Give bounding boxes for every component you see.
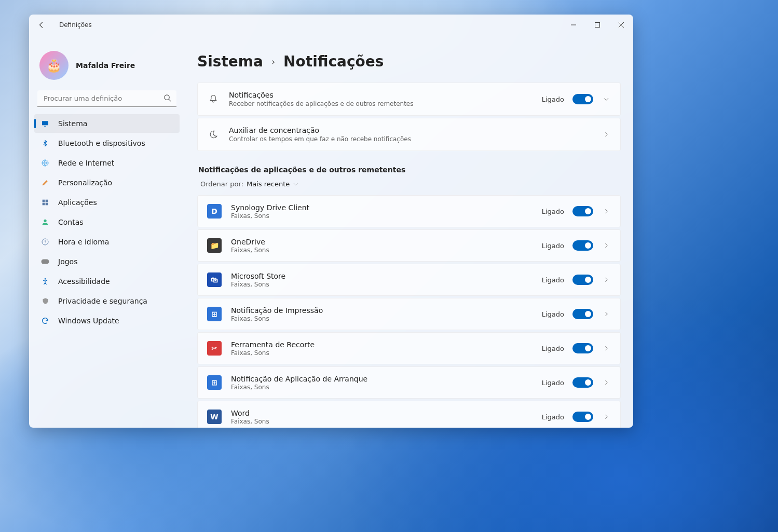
app-chevron[interactable] bbox=[602, 379, 611, 386]
nav-label: Aplicações bbox=[58, 198, 97, 207]
minimize-button[interactable] bbox=[562, 15, 585, 35]
app-chevron[interactable] bbox=[602, 414, 611, 420]
nav-label: Hora e idioma bbox=[58, 238, 109, 246]
sidebar-item-2[interactable]: Rede e Internet bbox=[34, 154, 180, 172]
chevron-right-icon bbox=[603, 311, 609, 317]
app-chevron[interactable] bbox=[602, 208, 611, 214]
nav-icon bbox=[40, 237, 50, 247]
app-chevron[interactable] bbox=[602, 242, 611, 249]
sidebar-item-5[interactable]: Contas bbox=[34, 213, 180, 231]
notifications-title: Notificações bbox=[229, 91, 533, 99]
app-row-5[interactable]: ⊞Notificação de Aplicação de ArranqueFai… bbox=[197, 366, 621, 399]
breadcrumb: Sistema › Notificações bbox=[197, 53, 621, 70]
expand-chevron[interactable] bbox=[602, 96, 611, 102]
chevron-right-icon bbox=[603, 345, 609, 351]
svg-rect-7 bbox=[43, 200, 45, 202]
sort-value: Mais recente bbox=[247, 180, 290, 188]
app-row-2[interactable]: 🛍Microsoft StoreFaixas, SonsLigado bbox=[197, 264, 621, 296]
nav-label: Personalização bbox=[58, 179, 112, 187]
app-toggle[interactable] bbox=[572, 343, 593, 353]
chevron-right-icon bbox=[603, 414, 609, 420]
app-name: Ferramenta de Recorte bbox=[231, 340, 533, 349]
maximize-button[interactable] bbox=[585, 15, 609, 35]
app-toggle[interactable] bbox=[572, 206, 593, 216]
sidebar-item-0[interactable]: Sistema bbox=[34, 114, 180, 133]
nav-icon bbox=[40, 316, 50, 325]
back-button[interactable] bbox=[34, 18, 49, 32]
app-chevron[interactable] bbox=[602, 277, 611, 283]
app-name: Microsoft Store bbox=[231, 272, 533, 280]
nav-icon bbox=[40, 257, 50, 266]
sidebar-item-7[interactable]: Jogos bbox=[34, 252, 180, 271]
app-icon: 📁 bbox=[207, 238, 222, 253]
sidebar-item-4[interactable]: Aplicações bbox=[34, 193, 180, 212]
sidebar-item-10[interactable]: Windows Update bbox=[34, 311, 180, 330]
chevron-right-icon bbox=[603, 208, 609, 214]
svg-line-3 bbox=[169, 99, 171, 101]
chevron-right-icon bbox=[603, 131, 609, 138]
app-toggle[interactable] bbox=[572, 240, 593, 251]
app-toggle[interactable] bbox=[572, 377, 593, 388]
settings-window: Definições 🎂 Mafalda Freire bbox=[29, 15, 633, 428]
nav-label: Privacidade e segurança bbox=[58, 297, 147, 305]
app-name: Synology Drive Client bbox=[231, 203, 533, 212]
close-button[interactable] bbox=[609, 15, 633, 35]
svg-rect-10 bbox=[46, 203, 48, 206]
nav-icon bbox=[40, 119, 50, 128]
nav-icon bbox=[40, 158, 50, 168]
app-row-6[interactable]: WWordFaixas, SonsLigado bbox=[197, 401, 621, 428]
sidebar-item-9[interactable]: Privacidade e segurança bbox=[34, 292, 180, 310]
app-icon: W bbox=[207, 410, 222, 424]
app-row-4[interactable]: ✂Ferramenta de RecorteFaixas, SonsLigado bbox=[197, 332, 621, 364]
app-sub: Faixas, Sons bbox=[231, 384, 533, 391]
app-state: Ligado bbox=[542, 310, 564, 318]
app-row-1[interactable]: 📁OneDriveFaixas, SonsLigado bbox=[197, 229, 621, 262]
main-content: Sistema › Notificações Notificações Rece… bbox=[185, 35, 633, 428]
arrow-left-icon bbox=[38, 21, 45, 29]
app-state: Ligado bbox=[542, 276, 564, 284]
app-icon: ⊞ bbox=[207, 307, 222, 321]
search-icon bbox=[163, 94, 171, 104]
profile-block[interactable]: 🎂 Mafalda Freire bbox=[34, 42, 180, 90]
profile-name: Mafalda Freire bbox=[76, 61, 135, 70]
svg-rect-5 bbox=[44, 126, 46, 127]
notifications-toggle[interactable] bbox=[572, 94, 593, 104]
nav-label: Bluetooth e dispositivos bbox=[58, 139, 145, 147]
app-state: Ligado bbox=[542, 208, 564, 215]
app-chevron[interactable] bbox=[602, 345, 611, 351]
focus-assist-card[interactable]: Auxiliar de concentração Controlar os te… bbox=[197, 118, 621, 151]
focus-chevron[interactable] bbox=[602, 131, 611, 138]
notifications-card[interactable]: Notificações Receber notificações de apl… bbox=[197, 83, 621, 116]
nav-icon bbox=[40, 277, 50, 286]
app-sub: Faixas, Sons bbox=[231, 247, 533, 254]
sidebar-item-3[interactable]: Personalização bbox=[34, 173, 180, 192]
notifications-state: Ligado bbox=[542, 96, 564, 103]
app-sub: Faixas, Sons bbox=[231, 212, 533, 220]
sort-dropdown[interactable]: Ordenar por: Mais recente bbox=[197, 178, 621, 195]
nav-label: Contas bbox=[58, 218, 84, 226]
search-input[interactable] bbox=[37, 90, 176, 107]
close-icon bbox=[619, 22, 624, 28]
app-row-0[interactable]: DSynology Drive ClientFaixas, SonsLigado bbox=[197, 195, 621, 227]
sidebar-item-1[interactable]: Bluetooth e dispositivos bbox=[34, 134, 180, 153]
titlebar: Definições bbox=[29, 15, 633, 35]
app-toggle[interactable] bbox=[572, 412, 593, 422]
app-icon: ✂ bbox=[207, 341, 222, 356]
app-sub: Faixas, Sons bbox=[231, 281, 533, 288]
app-chevron[interactable] bbox=[602, 311, 611, 317]
nav-icon bbox=[40, 198, 50, 207]
nav-icon bbox=[40, 217, 50, 227]
app-toggle[interactable] bbox=[572, 275, 593, 285]
nav-label: Rede e Internet bbox=[58, 159, 114, 167]
chevron-down-icon bbox=[293, 181, 298, 187]
moon-icon bbox=[207, 129, 220, 140]
breadcrumb-parent[interactable]: Sistema bbox=[197, 53, 263, 70]
app-row-3[interactable]: ⊞Notificação de ImpressãoFaixas, SonsLig… bbox=[197, 298, 621, 330]
sidebar-item-8[interactable]: Acessibilidade bbox=[34, 272, 180, 291]
chevron-right-icon: › bbox=[271, 56, 275, 67]
maximize-icon bbox=[595, 22, 600, 28]
svg-rect-9 bbox=[43, 203, 45, 206]
sidebar-item-6[interactable]: Hora e idioma bbox=[34, 233, 180, 251]
app-toggle[interactable] bbox=[572, 309, 593, 319]
focus-subtitle: Controlar os tempos em que faz e não rec… bbox=[229, 135, 592, 143]
